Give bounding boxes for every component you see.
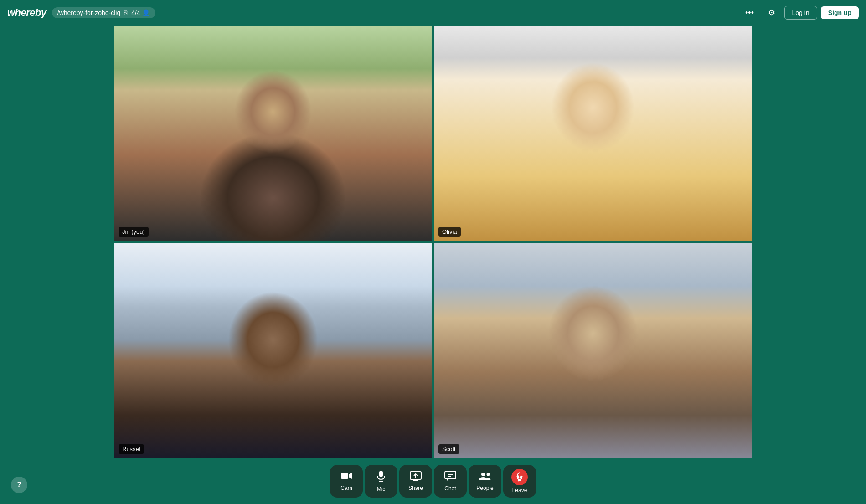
room-name: /whereby-for-zoho-cliq xyxy=(57,9,121,16)
video-cell-russel: Russel xyxy=(114,243,432,458)
chat-label: Chat xyxy=(444,485,456,492)
share-button[interactable]: Share xyxy=(399,465,432,498)
svg-rect-16 xyxy=(520,475,523,479)
video-cell-scott: Scott xyxy=(434,243,752,458)
leave-button[interactable]: Leave xyxy=(503,465,536,498)
leave-label: Leave xyxy=(512,487,527,494)
leave-icon xyxy=(511,469,528,485)
participant-count: 4/4 👤 xyxy=(131,9,149,16)
signup-button[interactable]: Sign up xyxy=(821,6,859,19)
more-button[interactable]: ••• xyxy=(741,4,759,22)
copy-icon: ⎘ xyxy=(124,9,128,16)
video-cell-olivia: Olivia xyxy=(434,26,752,241)
login-button[interactable]: Log in xyxy=(784,6,817,20)
help-button[interactable]: ? xyxy=(11,477,27,493)
svg-rect-15 xyxy=(516,475,520,479)
video-feed-jin xyxy=(114,26,432,241)
cam-icon xyxy=(340,471,352,483)
svg-rect-9 xyxy=(445,471,456,479)
mic-label: Mic xyxy=(377,486,386,492)
chat-icon xyxy=(444,471,456,483)
participant-label-scott: Scott xyxy=(438,444,459,454)
svg-rect-2 xyxy=(379,471,383,477)
video-feed-russel xyxy=(114,243,432,458)
svg-rect-0 xyxy=(341,473,348,479)
participant-label-olivia: Olivia xyxy=(438,227,461,237)
participant-label-jin: Jin (you) xyxy=(119,227,149,237)
more-icon: ••• xyxy=(745,8,754,18)
header-actions: ••• ⚙ Log in Sign up xyxy=(741,4,859,22)
people-button[interactable]: People xyxy=(469,465,501,498)
video-grid: Jin (you) Olivia Russel Scott xyxy=(114,26,752,458)
share-icon xyxy=(410,471,422,483)
people-icon xyxy=(479,471,491,483)
svg-marker-12 xyxy=(447,479,449,481)
bottom-toolbar: Cam Mic Share xyxy=(0,458,866,504)
video-feed-scott xyxy=(434,243,752,458)
video-cell-jin: Jin (you) xyxy=(114,26,432,241)
cam-label: Cam xyxy=(340,485,352,491)
participant-label-russel: Russel xyxy=(119,444,144,454)
chat-button[interactable]: Chat xyxy=(434,465,467,498)
svg-point-13 xyxy=(481,473,485,476)
logo: whereby xyxy=(7,7,46,19)
svg-marker-1 xyxy=(349,473,352,479)
cam-button[interactable]: Cam xyxy=(330,465,363,498)
people-label: People xyxy=(476,485,493,491)
mic-button[interactable]: Mic xyxy=(365,465,397,498)
gear-icon: ⚙ xyxy=(768,8,775,18)
video-feed-olivia xyxy=(434,26,752,241)
room-badge[interactable]: /whereby-for-zoho-cliq ⎘ 4/4 👤 xyxy=(52,7,155,18)
svg-point-14 xyxy=(487,473,490,476)
share-label: Share xyxy=(408,485,423,491)
settings-button[interactable]: ⚙ xyxy=(763,4,781,22)
people-icon: 👤 xyxy=(142,9,150,16)
header: whereby /whereby-for-zoho-cliq ⎘ 4/4 👤 •… xyxy=(0,0,866,26)
mic-icon xyxy=(376,470,386,484)
